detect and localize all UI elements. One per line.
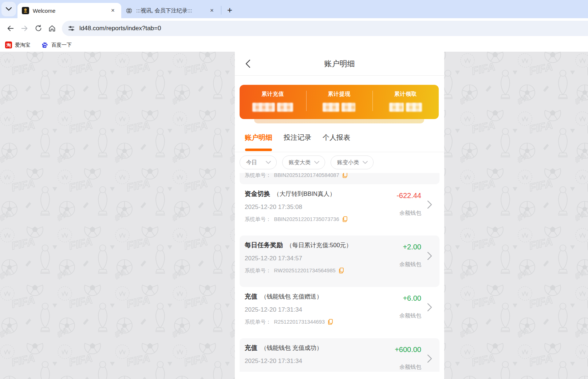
close-icon[interactable]: × <box>208 7 216 15</box>
stat-label: 累计充值 <box>261 91 284 98</box>
filter-row: 今日 账变大类 账变小类 <box>235 152 444 173</box>
stats-card: 累计充值 累计提现 累计领取 <box>240 85 439 119</box>
url-address-bar[interactable]: ld48.com/reports/index?tab=0 <box>62 21 588 36</box>
back-arrow-icon <box>7 24 15 32</box>
table-row[interactable]: 充值 （钱能钱包 充值成功） 2025-12-20 17:31:34 +600.… <box>240 338 439 372</box>
forward-button[interactable] <box>17 21 31 35</box>
order-number-label: 系统单号： <box>245 318 271 325</box>
chevron-right-icon <box>427 303 432 312</box>
tab-betting-record[interactable]: 投注记录 <box>284 123 311 152</box>
browser-window: Welcome × :::视讯, 会员下注纪录::: × + <box>0 0 588 379</box>
filter-minor-type-dropdown[interactable]: 账变小类 <box>331 155 374 169</box>
order-number-value: RW202512201734564985 <box>274 267 336 274</box>
bookmark-taobao[interactable]: 淘 爱淘宝 <box>5 42 30 48</box>
stats-section: 累计充值 累计提现 累计领取 <box>235 76 444 123</box>
taobao-icon: 淘 <box>5 42 12 48</box>
filter-date-dropdown[interactable]: 今日 <box>240 155 277 169</box>
chevron-down-icon <box>6 7 12 11</box>
order-number-label: 系统单号： <box>245 216 271 223</box>
account-detail-panel: 账户明细 累计充值 累计提现 累计领取 <box>235 52 444 379</box>
wallet-label: 余额钱包 <box>399 312 421 319</box>
report-tabs: 账户明细 投注记录 个人报表 <box>235 123 444 152</box>
order-number-value: BBIN202512201740584087 <box>274 173 339 179</box>
transaction-type: 每日任务奖励 <box>245 241 283 249</box>
filter-label: 账变小类 <box>337 159 359 166</box>
row-chevron-button[interactable] <box>427 303 432 313</box>
close-icon[interactable]: × <box>109 7 117 15</box>
row-chevron-button[interactable] <box>427 354 432 364</box>
order-number-line: 系统单号： RW202512201734564985 <box>245 267 434 274</box>
svg-text:du: du <box>44 45 46 47</box>
chevron-right-icon <box>427 200 432 209</box>
stat-label: 累计领取 <box>394 91 417 98</box>
row-chevron-button[interactable] <box>427 200 432 210</box>
bookmark-baidu[interactable]: du 百度一下 <box>41 42 72 49</box>
tab-account-detail[interactable]: 账户明细 <box>245 123 272 152</box>
new-tab-button[interactable]: + <box>224 5 235 16</box>
filter-major-type-dropdown[interactable]: 账变大类 <box>282 155 325 169</box>
tab-title: Welcome <box>33 8 105 14</box>
page-content: FIFA FIFA <box>0 52 588 379</box>
transaction-type: 充值 <box>245 292 257 301</box>
copy-button[interactable] <box>339 268 344 273</box>
bookmark-label: 爱淘宝 <box>15 42 30 48</box>
stat-value-redacted <box>252 103 293 112</box>
table-row[interactable]: 充值 （钱能钱包 充值赠送） 2025-12-20 17:31:34 系统单号：… <box>240 287 439 338</box>
svg-text:淘: 淘 <box>6 43 11 48</box>
order-number-line: 系统单号： R2512201731344693 <box>245 318 434 325</box>
globe-icon <box>126 7 133 14</box>
order-number-label: 系统单号： <box>245 267 271 274</box>
back-chevron-button[interactable] <box>244 59 252 70</box>
wallet-label: 余额钱包 <box>399 261 421 268</box>
table-row[interactable]: 系统单号： BBIN202512201740584087 <box>240 173 439 184</box>
row-chevron-button[interactable] <box>427 252 432 262</box>
tab-search-button[interactable] <box>1 2 16 16</box>
copy-button[interactable] <box>342 216 348 222</box>
transaction-amount: +600.00 <box>395 345 421 354</box>
transaction-detail: （每日累计充值:500元） <box>286 241 352 249</box>
stat-divider <box>372 91 373 111</box>
transaction-detail: （钱能钱包 充值成功） <box>261 344 323 352</box>
copy-icon <box>328 319 333 325</box>
forward-arrow-icon <box>20 24 28 32</box>
tab-divider <box>221 6 221 15</box>
transaction-detail: （钱能钱包 充值赠送） <box>261 293 323 301</box>
tab-welcome[interactable]: Welcome × <box>17 3 121 18</box>
home-button[interactable] <box>45 21 59 35</box>
copy-button[interactable] <box>342 173 348 178</box>
transaction-amount: -622.44 <box>396 191 421 200</box>
order-number-value: R2512201731344693 <box>274 318 325 325</box>
chevron-down-icon <box>266 161 271 164</box>
table-row[interactable]: 资金切换 （大厅转到BBIN真人） 2025-12-20 17:35:08 系统… <box>240 184 439 236</box>
wallet-label: 余额钱包 <box>396 210 421 217</box>
chevron-left-icon <box>244 59 252 68</box>
filter-label: 今日 <box>246 159 257 166</box>
transaction-type: 充值 <box>245 343 257 352</box>
url-text: ld48.com/reports/index?tab=0 <box>79 25 161 32</box>
bookmarks-bar: 淘 爱淘宝 du 百度一下 <box>0 38 588 52</box>
stat-value-redacted <box>389 103 422 112</box>
table-row[interactable]: 每日任务奖励 （每日累计充值:500元） 2025-12-20 17:34:57… <box>240 236 439 287</box>
back-button[interactable] <box>4 21 17 35</box>
reload-button[interactable] <box>31 21 45 35</box>
copy-icon <box>342 216 348 222</box>
copy-icon <box>339 268 344 273</box>
copy-icon <box>342 173 348 178</box>
stat-label: 累计提现 <box>328 91 350 98</box>
chevron-right-icon <box>427 252 432 260</box>
panel-header: 账户明细 <box>235 52 444 76</box>
order-number-line: 系统单号： BBIN202512201735073736 <box>245 216 434 223</box>
tab-betting-records[interactable]: :::视讯, 会员下注纪录::: × <box>121 3 220 18</box>
stats-card-underlay <box>254 119 424 123</box>
order-number-value: BBIN202512201735073736 <box>274 216 339 223</box>
copy-button[interactable] <box>328 319 333 325</box>
order-number-label: 系统单号： <box>245 173 271 179</box>
stat-total-withdraw: 累计提现 <box>306 85 372 119</box>
site-favicon-icon <box>22 7 29 14</box>
transaction-list: 系统单号： BBIN202512201740584087 资金切换 （大厅转到B… <box>235 173 444 372</box>
filter-label: 账变大类 <box>289 159 311 166</box>
site-settings-icon[interactable] <box>68 25 75 32</box>
tab-personal-report[interactable]: 个人报表 <box>323 123 350 152</box>
chevron-down-icon <box>314 161 319 164</box>
reload-icon <box>35 24 42 32</box>
